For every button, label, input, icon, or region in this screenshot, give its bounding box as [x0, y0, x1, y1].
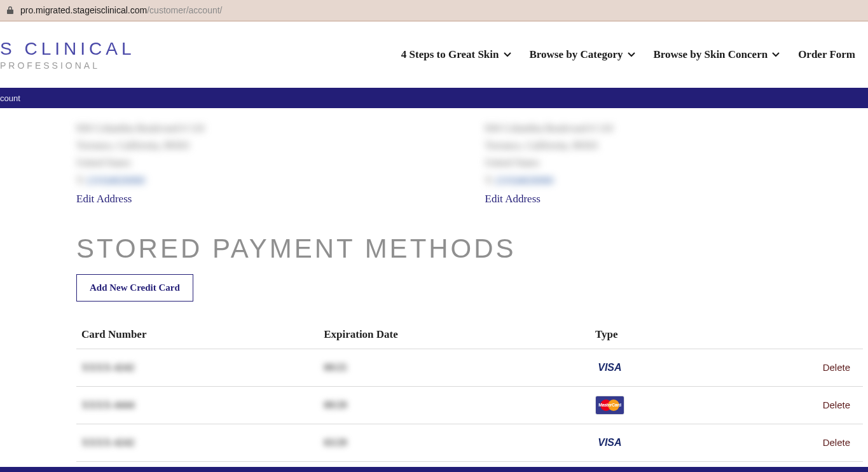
chevron-down-icon	[503, 50, 512, 59]
card-number: XXXX-4242	[76, 349, 319, 386]
billing-address-text: 930 Columbia Boulevard # 110 Torrance, C…	[76, 120, 460, 189]
footer-accent-bar	[0, 467, 868, 472]
subnav-item[interactable]: count	[0, 94, 20, 103]
phone-link[interactable]: (310)4626060	[496, 175, 554, 186]
addresses-row: 930 Columbia Boulevard # 110 Torrance, C…	[76, 120, 868, 205]
address-phone: T: (310)4626060	[76, 172, 460, 189]
table-header-row: Card Number Expiration Date Type	[76, 321, 863, 349]
logo-primary-text: S CLINICAL	[0, 39, 135, 59]
col-expiration: Expiration Date	[319, 321, 590, 349]
lock-icon	[5, 5, 15, 15]
card-actions: Delete	[717, 349, 863, 386]
visa-icon: VISA	[595, 433, 624, 452]
card-number: XXXX-4242	[76, 424, 319, 461]
card-type: VISA	[590, 424, 717, 461]
account-subnav: count	[0, 88, 868, 108]
visa-icon: VISA	[595, 358, 624, 377]
col-actions	[717, 321, 863, 349]
nav-order-form[interactable]: Order Form	[798, 48, 855, 61]
delete-card-link[interactable]: Delete	[823, 362, 850, 373]
address-line: Torrance, California, 90503	[485, 137, 869, 154]
col-type: Type	[590, 321, 717, 349]
address-line: 930 Columbia Boulevard # 110	[485, 120, 869, 137]
table-row: XXXX-4444 09/29 MasterCard Delete	[76, 386, 863, 424]
url-host: pro.migrated.stageisclinical.com	[20, 5, 147, 15]
card-exp: 09/29	[319, 386, 590, 424]
table-row: XXXX-4242 03/29 VISA Delete	[76, 424, 863, 461]
col-card-number: Card Number	[76, 321, 319, 349]
address-phone: T: (310)4626060	[485, 172, 869, 189]
delete-card-link[interactable]: Delete	[823, 437, 850, 448]
card-exp: 03/29	[319, 424, 590, 461]
add-credit-card-button[interactable]: Add New Credit Card	[76, 274, 193, 302]
shipping-address-text: 930 Columbia Boulevard # 110 Torrance, C…	[485, 120, 869, 189]
card-type: MasterCard	[590, 386, 717, 424]
address-line: Torrance, California, 90503	[76, 137, 460, 154]
main-nav: 4 Steps to Great Skin Browse by Category…	[401, 48, 855, 61]
nav-browse-skin-concern[interactable]: Browse by Skin Concern	[654, 48, 781, 61]
address-line: United States	[485, 154, 869, 171]
stored-payment-title: STORED PAYMENT METHODS	[76, 233, 868, 264]
chevron-down-icon	[771, 50, 780, 59]
card-actions: Delete	[717, 386, 863, 424]
nav-label: 4 Steps to Great Skin	[401, 48, 499, 61]
table-row: XXXX-4242 09/25 VISA Delete	[76, 349, 863, 386]
delete-card-link[interactable]: Delete	[823, 399, 850, 410]
nav-label: Browse by Skin Concern	[654, 48, 768, 61]
edit-shipping-address-link[interactable]: Edit Address	[485, 193, 541, 205]
shipping-address: 930 Columbia Boulevard # 110 Torrance, C…	[485, 120, 869, 205]
account-content: 930 Columbia Boulevard # 110 Torrance, C…	[0, 120, 868, 462]
site-header: S CLINICAL PROFESSIONAL 4 Steps to Great…	[0, 22, 868, 88]
edit-billing-address-link[interactable]: Edit Address	[76, 193, 132, 205]
browser-url-bar[interactable]: pro.migrated.stageisclinical.com/custome…	[0, 0, 868, 22]
nav-4-steps[interactable]: 4 Steps to Great Skin	[401, 48, 512, 61]
chevron-down-icon	[627, 50, 636, 59]
card-exp: 09/25	[319, 349, 590, 386]
logo-secondary-text: PROFESSIONAL	[0, 60, 100, 71]
billing-address: 930 Columbia Boulevard # 110 Torrance, C…	[76, 120, 460, 205]
payment-methods-table: Card Number Expiration Date Type XXXX-42…	[76, 321, 863, 462]
phone-link[interactable]: (310)4626060	[87, 175, 145, 186]
nav-browse-category[interactable]: Browse by Category	[530, 48, 636, 61]
card-number: XXXX-4444	[76, 386, 319, 424]
nav-label: Order Form	[798, 48, 855, 61]
url-path: /customer/account/	[147, 5, 222, 15]
site-logo[interactable]: S CLINICAL PROFESSIONAL	[0, 39, 135, 71]
card-actions: Delete	[717, 424, 863, 461]
nav-label: Browse by Category	[530, 48, 623, 61]
address-line: 930 Columbia Boulevard # 110	[76, 120, 460, 137]
address-line: United States	[76, 154, 460, 171]
card-type: VISA	[590, 349, 717, 386]
mastercard-icon: MasterCard	[595, 396, 624, 415]
